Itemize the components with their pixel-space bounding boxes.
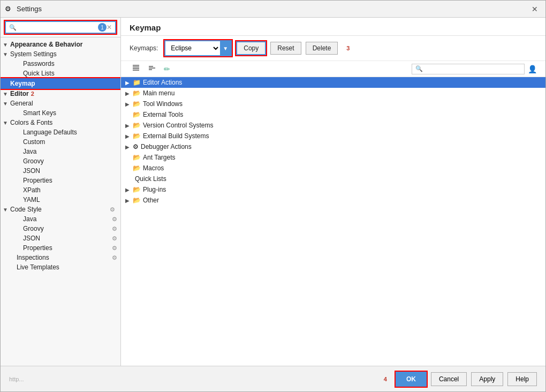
sidebar-item-label: Smart Keys: [23, 109, 56, 117]
sidebar-item-language-defaults[interactable]: Language Defaults: [1, 127, 120, 137]
sidebar-item-properties-cs[interactable]: Properties ⚙: [1, 243, 120, 253]
action-label: External Tools: [143, 111, 183, 118]
expand-all-button[interactable]: [130, 63, 142, 74]
cancel-button[interactable]: Cancel: [431, 372, 467, 386]
person-icon[interactable]: 👤: [528, 65, 537, 73]
sidebar-item-quick-lists[interactable]: Quick Lists: [1, 69, 120, 78]
gear-icon: ⚙: [110, 206, 115, 213]
action-label: Other: [143, 197, 159, 204]
settings-window: ⚙ Settings ✕ 🔍 key 1 ✕ ▼ Appearance & Be…: [0, 0, 546, 392]
action-search-input[interactable]: [424, 65, 521, 73]
sidebar-item-label: Passwords: [23, 60, 55, 67]
sidebar-tree: ▼ Appearance & Behavior ▼ System Setting…: [1, 37, 120, 366]
action-row-editor-actions[interactable]: ▶ 📁 Editor Actions: [121, 77, 545, 88]
folder-icon: 📂: [133, 132, 141, 140]
copy-button[interactable]: Copy: [236, 41, 266, 55]
collapse-all-button[interactable]: [146, 63, 158, 74]
help-button[interactable]: Help: [507, 372, 537, 386]
bottom-bar: http... 4 OK Cancel Apply Help: [1, 366, 545, 391]
sidebar-item-xpath-cf[interactable]: XPath: [1, 185, 120, 195]
delete-button[interactable]: Delete: [306, 42, 338, 55]
apply-button[interactable]: Apply: [471, 372, 503, 386]
sidebar-item-inspections[interactable]: Inspections ⚙: [1, 253, 120, 262]
action-row-ebs[interactable]: ▶ 📂 External Build Systems: [121, 131, 545, 141]
action-row-main-menu[interactable]: ▶ 📂 Main menu: [121, 88, 545, 99]
sidebar-item-label: Code Style: [10, 206, 42, 213]
action-label: Tool Windows: [143, 100, 183, 108]
sidebar-item-keymap[interactable]: Keymap: [1, 78, 120, 89]
sidebar-item-appearance-behavior[interactable]: ▼ Appearance & Behavior: [1, 40, 120, 49]
titlebar: ⚙ Settings ✕: [1, 1, 545, 18]
gear-icon: ⚙: [112, 235, 117, 242]
folder-icon: 📂: [133, 164, 141, 172]
sidebar-item-label: Properties: [23, 177, 52, 184]
search-input[interactable]: key: [19, 24, 96, 31]
sidebar-item-label: Editor: [10, 90, 29, 97]
action-row-vcs[interactable]: ▶ 📂 Version Control Systems: [121, 120, 545, 131]
sidebar-item-code-style[interactable]: ▼ Code Style ⚙: [1, 205, 120, 214]
action-row-debugger[interactable]: ▶ ⚙ Debugger Actions: [121, 141, 545, 152]
close-button[interactable]: ✕: [528, 3, 541, 16]
sidebar-item-label: Groovy: [23, 225, 44, 232]
arrow-icon: ▼: [3, 51, 9, 57]
action-label: External Build Systems: [143, 132, 209, 140]
badge-4: 4: [384, 376, 387, 382]
keymap-select[interactable]: Eclipse Default Emacs Mac OS X Visual St…: [165, 42, 220, 54]
main-panel: Keymap Keymaps: Eclipse Default Emacs Ma…: [121, 18, 545, 366]
sidebar-item-smart-keys[interactable]: Smart Keys: [1, 108, 120, 118]
sidebar-item-yaml-cf[interactable]: YAML: [1, 195, 120, 205]
action-label: Ant Targets: [143, 154, 175, 161]
keymap-toolbar: Keymaps: Eclipse Default Emacs Mac OS X …: [121, 36, 545, 61]
action-label: Main menu: [143, 89, 175, 97]
expand-arrow-icon: ▶: [125, 91, 133, 96]
sidebar-item-json-cs[interactable]: JSON ⚙: [1, 233, 120, 243]
sidebar-item-label: Colors & Fonts: [10, 119, 52, 126]
sidebar-item-label: General: [10, 100, 33, 107]
action-row-ant-targets[interactable]: 📂 Ant Targets: [121, 152, 545, 163]
sidebar-item-live-templates[interactable]: Live Templates: [1, 262, 120, 272]
sidebar-item-label: Java: [23, 215, 36, 223]
expand-arrow-icon: ▶: [125, 133, 133, 139]
sidebar-item-groovy-cs[interactable]: Groovy ⚙: [1, 224, 120, 233]
sidebar-item-json-cf[interactable]: JSON: [1, 166, 120, 176]
badge-2: 2: [31, 91, 34, 97]
arrow-icon: ▼: [3, 91, 9, 97]
gear-icon: ⚙: [133, 143, 139, 150]
badge-3: 3: [346, 45, 350, 51]
sidebar-item-general[interactable]: ▼ General: [1, 99, 120, 108]
action-label: Version Control Systems: [143, 122, 213, 129]
sidebar-item-label: Quick Lists: [23, 70, 55, 77]
search-clear-icon[interactable]: ✕: [107, 24, 112, 31]
sidebar-item-editor[interactable]: ▼ Editor 2: [1, 89, 120, 99]
action-row-other[interactable]: ▶ 📂 Other: [121, 195, 545, 206]
sidebar-item-java-cs[interactable]: Java ⚙: [1, 214, 120, 224]
sidebar-item-label: Properties: [23, 244, 52, 252]
folder-icon: 📂: [133, 122, 141, 129]
sidebar-item-label: Groovy: [23, 157, 44, 165]
edit-button[interactable]: ✏: [162, 64, 172, 74]
reset-button[interactable]: Reset: [270, 42, 301, 55]
folder-icon: 📂: [133, 197, 141, 204]
action-label: Plug-ins: [143, 186, 166, 193]
action-row-tool-windows[interactable]: ▶ 📂 Tool Windows: [121, 99, 545, 109]
sidebar-item-properties-cf[interactable]: Properties: [1, 176, 120, 185]
window-title: Settings: [17, 5, 528, 13]
folder-icon: 📂: [133, 100, 141, 108]
action-row-quick-lists[interactable]: Quick Lists: [121, 174, 545, 184]
sidebar-item-passwords[interactable]: Passwords: [1, 59, 120, 69]
ok-button[interactable]: OK: [396, 372, 427, 387]
arrow-icon: ▼: [3, 207, 9, 213]
sidebar-item-groovy-cf[interactable]: Groovy: [1, 156, 120, 166]
arrow-icon: ▼: [3, 120, 9, 126]
keymap-dropdown-arrow-icon: ▼: [220, 41, 231, 55]
sidebar-item-colors-fonts[interactable]: ▼ Colors & Fonts: [1, 118, 120, 127]
expand-arrow-icon: ▶: [125, 80, 133, 86]
action-row-macros[interactable]: 📂 Macros: [121, 163, 545, 174]
sidebar: 🔍 key 1 ✕ ▼ Appearance & Behavior ▼ Syst…: [1, 18, 121, 366]
expand-arrow-icon: ▶: [125, 198, 133, 203]
action-row-external-tools[interactable]: 📂 External Tools: [121, 109, 545, 120]
sidebar-item-custom[interactable]: Custom: [1, 137, 120, 147]
action-row-plug-ins[interactable]: ▶ 📂 Plug-ins: [121, 184, 545, 195]
sidebar-item-system-settings[interactable]: ▼ System Settings: [1, 49, 120, 59]
sidebar-item-java-cf[interactable]: Java: [1, 147, 120, 156]
